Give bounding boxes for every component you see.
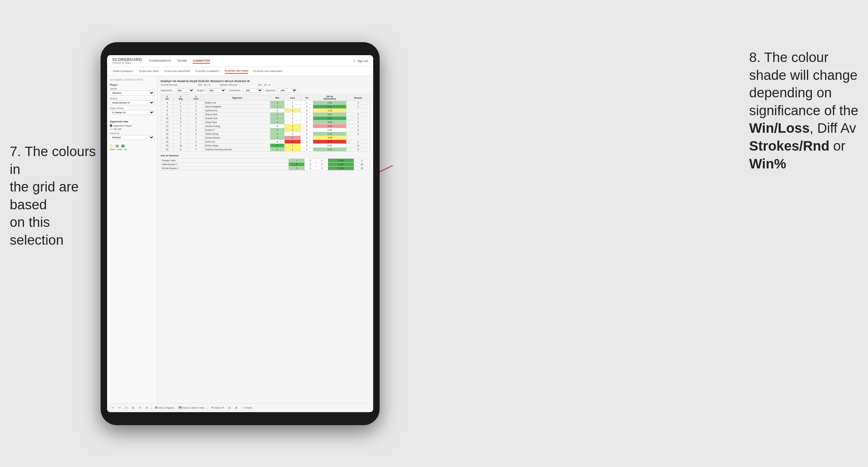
th-loss: Loss: [284, 95, 301, 101]
cell-loss: 0: [305, 166, 316, 170]
nav-link-committee[interactable]: COMMITTEE: [193, 58, 210, 64]
opponents-filter-select[interactable]: (All): [175, 88, 194, 93]
cell-loss: 1: [284, 144, 301, 148]
sidebar: Last Updated: 27/03/2024 16:55:38 Player…: [107, 76, 157, 403]
bottom-toolbar: ↩ ↪ ⊙ ⊕ ↺ ⊘ 🖼 View: Original 💾 Save Cust…: [107, 403, 373, 412]
colour-dots: [110, 145, 154, 148]
toolbar-btn3[interactable]: ⊙: [124, 406, 129, 410]
table-row: 14 7 4 Eunice Yi 2 2 0 0.38 9: [161, 128, 370, 132]
toolbar-btn10[interactable]: ⊞: [234, 406, 239, 410]
cell-reg: 3: [174, 109, 188, 113]
toolbar-btn6[interactable]: ⊘: [145, 406, 149, 410]
sub-nav-player-h2h-grid[interactable]: PLAYER H2H GRID: [225, 69, 248, 74]
nav-logo: SCOREBOARD Powered by clippd: [112, 58, 142, 64]
nav-link-tournaments[interactable]: TOURNAMENTS: [149, 58, 171, 64]
cell-conf: 6: [188, 144, 204, 148]
colour-dot-down: [110, 145, 113, 148]
cell-win: 2: [270, 128, 284, 132]
annotation-right-bold3: Win%: [749, 156, 786, 172]
toolbar-redo[interactable]: ↪: [117, 406, 122, 410]
cell-loss: 1: [284, 148, 301, 152]
table-row: 11 5 2 Heejo Hyun 1 0 0 3.33 3: [161, 120, 370, 124]
sub-nav-player-h2h-heatmap[interactable]: PLAYER H2H HEATMAP: [253, 69, 283, 73]
sub-nav-team-summary[interactable]: TEAM SUMMARY: [112, 69, 133, 73]
gender-select[interactable]: Women's: [110, 91, 154, 95]
gender-label: Gender: [110, 88, 154, 90]
table-header-row: #Div #Reg #Conf Opponent Win Loss Tie Di…: [161, 95, 370, 101]
cell-conf: 3: [188, 109, 204, 113]
player-rank-label: Player (Rank): [110, 107, 154, 110]
nav-separator: |: [354, 59, 355, 63]
th-rounds: Rounds: [346, 95, 370, 101]
table-row: 20 11 7 Federica Domecq Lacroze 2 1 0 1.…: [161, 148, 370, 152]
cell-div: 19: [161, 144, 174, 148]
cell-loss: 0: [284, 117, 301, 120]
toolbar-view-original[interactable]: 🖼 View: Original: [153, 406, 175, 410]
division-select[interactable]: NCAA Division III: [110, 100, 154, 105]
region-filter-select[interactable]: (All): [207, 88, 226, 93]
toolbar-watch[interactable]: 👁 Watch ▾: [210, 406, 225, 410]
annotation-right-bold1: Win/Loss: [749, 120, 810, 136]
opponents-filter-label: Opponents:: [161, 89, 172, 92]
cell-diff: 9.267: [328, 163, 354, 166]
toolbar-undo[interactable]: ↩: [110, 406, 115, 410]
out-of-division-header: Out of division: [161, 154, 370, 157]
cell-diff: 1.25: [313, 132, 346, 136]
cell-rounds: 4: [346, 117, 370, 120]
main-table: #Div #Reg #Conf Opponent Win Loss Tie Di…: [161, 94, 370, 152]
radio-opponents-played[interactable]: Opponents Played: [110, 124, 154, 127]
cell-name: Alexis Sudjianto: [204, 105, 270, 109]
cell-conf: 5: [188, 132, 204, 136]
sub-nav-player-summary[interactable]: PLAYER SUMMARY: [196, 69, 220, 73]
logo-sub: Powered by clippd: [112, 62, 142, 64]
annotation-left-line2: the grid are based: [10, 179, 79, 212]
cell-diff: -5.00: [313, 140, 346, 144]
cell-conf: 1: [188, 124, 204, 128]
toolbar-share[interactable]: ↗ Share: [241, 406, 253, 410]
cell-tie: 0: [316, 166, 328, 170]
table-row: 18 2 2 Euna Lee 0 3 0 -5.00 2: [161, 140, 370, 144]
radio-dot-played: [110, 124, 112, 127]
sign-out-link[interactable]: Sign out: [357, 59, 368, 63]
opponent-view-label: Opponent view: [110, 120, 154, 123]
table-row: 19 10 6 Emily Chang 4 1 0 0.30 11: [161, 144, 370, 148]
radio-top100[interactable]: Top 100: [110, 128, 154, 130]
sub-nav-team-h2h-heatmap[interactable]: TEAM H2H HEATMAP: [164, 69, 190, 73]
opponent-view-radios: Opponents Played Top 100: [110, 124, 154, 130]
cell-loss: 1: [284, 109, 301, 113]
last-updated: Last Updated: 27/03/2024 16:55:38: [110, 79, 154, 81]
main-content: Last Updated: 27/03/2024 16:55:38 Player…: [107, 76, 373, 403]
cell-diff: 7.400: [328, 166, 354, 170]
toolbar-btn9[interactable]: ⊡: [227, 406, 232, 410]
sub-nav-team-h2h-grid[interactable]: TEAM H2H GRID: [138, 69, 159, 73]
cell-name: Sydney Kuo: [204, 109, 270, 113]
toolbar-refresh[interactable]: ↺: [137, 406, 143, 410]
colour-dot-up: [121, 145, 125, 148]
cell-reg: 2: [174, 105, 188, 109]
nav-link-teams[interactable]: TEAMS: [177, 58, 187, 64]
cell-tie: 0: [301, 148, 313, 152]
cell-diff: 0.38: [313, 128, 346, 132]
cell-diff: 1.33: [313, 148, 346, 152]
cell-conf: 7: [188, 148, 204, 152]
cell-div: 13: [161, 124, 174, 128]
cell-rounds: 4: [346, 101, 370, 105]
conference-filter-select[interactable]: (All): [243, 88, 263, 93]
colour-by-select[interactable]: Win/loss: [110, 135, 154, 140]
cell-tie: 0: [301, 144, 313, 148]
cell-diff: -3.00: [313, 124, 346, 128]
cell-diff: 4.00: [313, 105, 346, 109]
annotation-left-line1: 7. The colours in: [10, 144, 96, 177]
toolbar-save-custom-view[interactable]: 💾 Save Custom View: [177, 406, 206, 410]
cell-conf: 2: [188, 140, 204, 144]
th-div: #Div: [161, 95, 174, 101]
toolbar-btn4[interactable]: ⊕: [131, 406, 136, 410]
cell-win: 1: [270, 113, 284, 117]
cell-rounds: 10: [354, 166, 370, 170]
cell-loss: 2: [284, 128, 301, 132]
player-rank-select[interactable]: 8. Katelyn Vo: [110, 110, 154, 115]
opponent-filter-select[interactable]: (All): [278, 88, 297, 93]
out-of-division-table: Foreign Team 1 0 0 4.500 2 NAIA Division…: [161, 158, 370, 170]
filter-row: Opponents: (All) Region (All) Conference…: [161, 88, 370, 93]
cell-rounds: 3: [346, 105, 370, 109]
